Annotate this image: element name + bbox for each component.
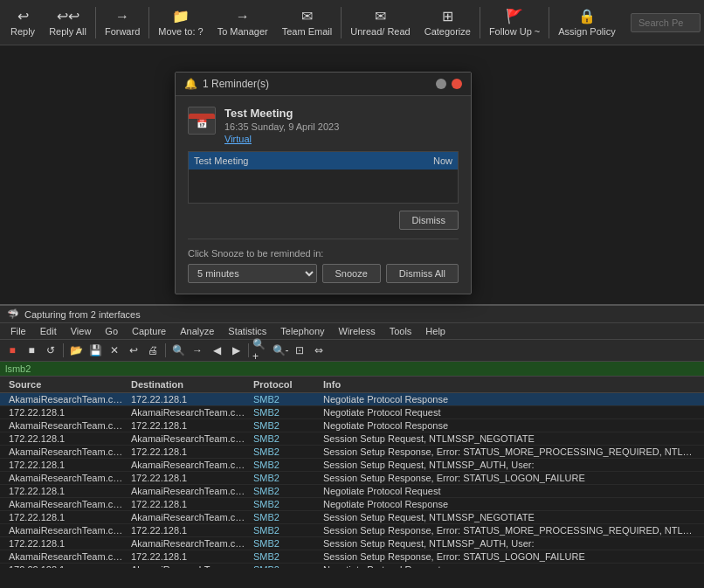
close-btn[interactable]: ✕ <box>106 342 123 359</box>
snooze-duration-select[interactable]: 5 minutes 10 minutes 15 minutes 30 minut… <box>188 264 317 283</box>
dest-cell: 172.22.128.1 <box>128 420 250 431</box>
info-cell: Session Setup Request, NTLMSSP_AUTH, Use… <box>320 538 699 549</box>
table-row[interactable]: AkamaiResearchTeam.com 172.22.128.1 SMB2… <box>0 524 704 537</box>
dest-col-header: Destination <box>128 378 250 391</box>
protocol-cell: SMB2 <box>250 460 320 470</box>
toolbar-separator-2 <box>148 7 149 38</box>
reply-button[interactable]: ↩ Reply <box>3 4 42 40</box>
zoom-reset-btn[interactable]: ⊡ <box>291 342 308 359</box>
restart-capture-btn[interactable]: ↺ <box>42 342 59 359</box>
ws-menu-capture[interactable]: Capture <box>125 323 173 339</box>
zoom-in-btn[interactable]: 🔍+ <box>252 342 270 359</box>
table-row[interactable]: 172.22.128.1 AkamaiResearchTeam.com SMB2… <box>0 406 704 419</box>
find-btn[interactable]: 🔍 <box>169 342 187 359</box>
ws-sep-2 <box>165 343 166 357</box>
source-cell: 172.22.128.1 <box>5 512 128 522</box>
ws-menu-edit[interactable]: Edit <box>33 323 64 339</box>
dismiss-button[interactable]: Dismiss <box>399 211 459 230</box>
wireshark-filter-bar: lsmb2 <box>0 362 704 377</box>
email-toolbar: ↩ Reply ↩↩ Reply All → Forward 📁 Move to… <box>0 0 704 45</box>
bell-icon: 🔔 <box>184 78 197 90</box>
meeting-title: Test Meeting <box>224 107 339 120</box>
table-row[interactable]: 172.22.128.1 AkamaiResearchTeam.com SMB2… <box>0 537 704 550</box>
info-cell: Session Setup Response, Error: STATUS_LO… <box>320 473 699 483</box>
source-cell: AkamaiResearchTeam.com <box>5 499 128 509</box>
stop-capture-btn[interactable]: ■ <box>23 342 40 359</box>
calendar-body: 📅 <box>197 119 207 128</box>
move-to-button[interactable]: 📁 Move to: ? <box>151 4 210 40</box>
source-cell: 172.22.128.1 <box>5 407 128 418</box>
wireshark-table-body: AkamaiResearchTeam.com 172.22.128.1 SMB2… <box>0 393 704 568</box>
info-cell: Negotiate Protocol Request <box>320 564 699 568</box>
window-controls: ─ ✕ <box>436 79 462 89</box>
ws-menu-statistics[interactable]: Statistics <box>221 323 273 339</box>
source-col-header: Source <box>5 378 128 391</box>
table-row[interactable]: 172.22.128.1 AkamaiResearchTeam.com SMB2… <box>0 511 704 524</box>
table-row[interactable]: AkamaiResearchTeam.com 172.22.128.1 SMB2… <box>0 419 704 432</box>
toolbar-separator-4 <box>480 7 480 38</box>
protocol-cell: SMB2 <box>250 407 320 418</box>
ws-menu-view[interactable]: View <box>64 323 99 339</box>
save-btn[interactable]: 💾 <box>86 342 104 359</box>
table-row[interactable]: AkamaiResearchTeam.com 172.22.128.1 SMB2… <box>0 550 704 564</box>
reminder-titlebar: 🔔 1 Reminder(s) ─ ✕ <box>176 73 471 96</box>
minimize-button[interactable]: ─ <box>436 79 446 89</box>
search-input[interactable] <box>631 13 701 32</box>
start-capture-btn[interactable]: ■ <box>3 342 21 359</box>
virtual-link[interactable]: Virtual <box>224 134 339 144</box>
assign-policy-label: Assign Policy <box>558 26 615 37</box>
dest-cell: 172.22.128.1 <box>128 499 250 509</box>
assign-policy-button[interactable]: 🔒 Assign Policy <box>551 4 622 40</box>
table-row[interactable]: 172.22.128.1 AkamaiResearchTeam.com SMB2… <box>0 432 704 446</box>
dest-cell: 172.22.128.1 <box>128 446 250 457</box>
forward-button[interactable]: → Forward <box>98 5 147 40</box>
info-cell: Session Setup Request, NTLMSSP_NEGOTIATE <box>320 433 699 444</box>
protocol-cell: SMB2 <box>250 394 320 405</box>
ws-menu-analyze[interactable]: Analyze <box>173 323 221 339</box>
ws-menu-help[interactable]: Help <box>418 323 452 339</box>
table-row[interactable]: AkamaiResearchTeam.com 172.22.128.1 SMB2… <box>0 498 704 511</box>
reply-all-button[interactable]: ↩↩ Reply All <box>42 4 93 40</box>
reload-btn[interactable]: ↩ <box>125 342 142 359</box>
resize-btn[interactable]: ⇔ <box>310 342 328 359</box>
table-row[interactable]: 172.22.128.1 AkamaiResearchTeam.com SMB2… <box>0 485 704 498</box>
categorize-icon: ⊞ <box>442 8 453 24</box>
unread-read-button[interactable]: ✉ Unread/ Read <box>343 4 418 40</box>
protocol-cell: SMB2 <box>250 446 320 457</box>
ws-menu-go[interactable]: Go <box>98 323 125 339</box>
goto-btn[interactable]: → <box>189 342 206 359</box>
table-row[interactable]: 172.22.128.1 AkamaiResearchTeam.com SMB2… <box>0 564 704 568</box>
snooze-button[interactable]: Snooze <box>322 264 381 283</box>
close-button[interactable]: ✕ <box>452 79 462 89</box>
source-cell: AkamaiResearchTeam.com <box>5 394 128 405</box>
ws-menu-file[interactable]: File <box>3 323 33 339</box>
protocol-cell: SMB2 <box>250 525 320 536</box>
table-row[interactable]: AkamaiResearchTeam.com 172.22.128.1 SMB2… <box>0 393 704 406</box>
info-cell: Session Setup Response, Error: STATUS_MO… <box>320 525 699 536</box>
table-row[interactable]: 172.22.128.1 AkamaiResearchTeam.com SMB2… <box>0 459 704 472</box>
meeting-name-in-list: Test Meeting <box>194 156 248 166</box>
dismiss-all-button[interactable]: Dismiss All <box>386 264 459 283</box>
manager-icon: → <box>236 9 250 24</box>
ws-menu-telephony[interactable]: Telephony <box>273 323 331 339</box>
open-file-btn[interactable]: 📂 <box>67 342 85 359</box>
protocol-cell: SMB2 <box>250 486 320 496</box>
table-row[interactable]: AkamaiResearchTeam.com 172.22.128.1 SMB2… <box>0 446 704 459</box>
protocol-cell: SMB2 <box>250 473 320 483</box>
team-email-button[interactable]: ✉ Team Email <box>275 4 339 40</box>
ws-menu-tools[interactable]: Tools <box>383 323 419 339</box>
prev-btn[interactable]: ◀ <box>208 342 225 359</box>
to-manager-button[interactable]: → To Manager <box>211 5 275 40</box>
follow-up-button[interactable]: 🚩 Follow Up ~ <box>482 4 547 40</box>
protocol-cell: SMB2 <box>250 551 320 562</box>
follow-up-icon: 🚩 <box>506 8 523 24</box>
table-row[interactable]: AkamaiResearchTeam.com 172.22.128.1 SMB2… <box>0 472 704 485</box>
ws-menu-wireless[interactable]: Wireless <box>332 323 383 339</box>
next-btn[interactable]: ▶ <box>227 342 245 359</box>
wireshark-toolbar: ■ ■ ↺ 📂 💾 ✕ ↩ 🖨 🔍 → ◀ ▶ 🔍+ 🔍- ⊡ ⇔ <box>0 340 704 362</box>
categorize-button[interactable]: ⊞ Categorize <box>418 4 478 40</box>
dest-cell: AkamaiResearchTeam.com <box>128 564 250 568</box>
print-btn[interactable]: 🖨 <box>144 342 162 359</box>
zoom-out-btn[interactable]: 🔍- <box>272 342 289 359</box>
wireshark-table-header: Source Destination Protocol Info <box>0 377 704 393</box>
